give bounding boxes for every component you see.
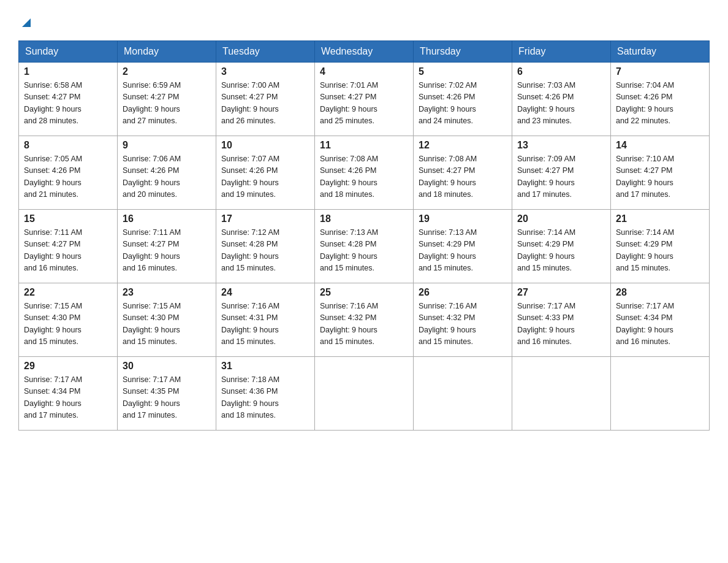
calendar-day-cell: 28Sunrise: 7:17 AMSunset: 4:34 PMDayligh… [611,283,710,357]
day-info: Sunrise: 7:02 AMSunset: 4:26 PMDaylight:… [419,80,507,128]
day-info: Sunrise: 7:13 AMSunset: 4:29 PMDaylight:… [419,227,507,275]
day-info: Sunrise: 7:01 AMSunset: 4:27 PMDaylight:… [320,80,408,128]
day-info: Sunrise: 7:06 AMSunset: 4:26 PMDaylight:… [123,153,211,201]
day-info: Sunrise: 7:03 AMSunset: 4:26 PMDaylight:… [517,80,605,128]
day-info: Sunrise: 7:11 AMSunset: 4:27 PMDaylight:… [123,227,211,275]
day-number: 2 [123,66,211,77]
calendar-day-cell: 26Sunrise: 7:16 AMSunset: 4:32 PMDayligh… [414,283,512,357]
day-number: 24 [221,287,309,298]
day-of-week-header: Thursday [414,41,512,63]
day-info: Sunrise: 7:17 AMSunset: 4:34 PMDaylight:… [616,301,704,348]
day-info: Sunrise: 7:05 AMSunset: 4:26 PMDaylight:… [24,153,112,201]
calendar-day-cell: 5Sunrise: 7:02 AMSunset: 4:26 PMDaylight… [414,63,512,136]
calendar-day-cell [512,357,611,431]
day-info: Sunrise: 7:08 AMSunset: 4:27 PMDaylight:… [419,153,507,201]
calendar-day-cell: 22Sunrise: 7:15 AMSunset: 4:30 PMDayligh… [19,283,118,357]
calendar-day-cell: 7Sunrise: 7:04 AMSunset: 4:26 PMDaylight… [611,63,710,136]
calendar-day-cell: 3Sunrise: 7:00 AMSunset: 4:27 PMDaylight… [216,63,315,136]
day-of-week-header: Friday [512,41,611,63]
calendar-day-cell: 10Sunrise: 7:07 AMSunset: 4:26 PMDayligh… [216,136,315,210]
day-info: Sunrise: 7:12 AMSunset: 4:28 PMDaylight:… [221,227,309,275]
day-number: 10 [221,140,309,151]
day-of-week-header: Monday [118,41,216,63]
day-info: Sunrise: 7:17 AMSunset: 4:33 PMDaylight:… [517,301,605,348]
day-number: 17 [221,213,309,224]
day-number: 20 [517,213,605,224]
calendar-day-cell: 23Sunrise: 7:15 AMSunset: 4:30 PMDayligh… [118,283,216,357]
day-number: 25 [320,287,408,298]
calendar-header: SundayMondayTuesdayWednesdayThursdayFrid… [19,41,710,63]
calendar-day-cell: 15Sunrise: 7:11 AMSunset: 4:27 PMDayligh… [19,210,118,283]
day-number: 30 [123,361,211,372]
calendar-day-cell: 30Sunrise: 7:17 AMSunset: 4:35 PMDayligh… [118,357,216,431]
day-number: 22 [24,287,112,298]
day-number: 3 [221,66,309,77]
page-header [18,12,710,29]
calendar-day-cell: 25Sunrise: 7:16 AMSunset: 4:32 PMDayligh… [315,283,414,357]
day-info: Sunrise: 7:09 AMSunset: 4:27 PMDaylight:… [517,153,605,201]
calendar-week-row: 8Sunrise: 7:05 AMSunset: 4:26 PMDaylight… [19,136,710,210]
calendar-week-row: 15Sunrise: 7:11 AMSunset: 4:27 PMDayligh… [19,210,710,283]
calendar-body: 1Sunrise: 6:58 AMSunset: 4:27 PMDaylight… [19,63,710,431]
calendar-day-cell: 2Sunrise: 6:59 AMSunset: 4:27 PMDaylight… [118,63,216,136]
day-number: 5 [419,66,507,77]
calendar-week-row: 22Sunrise: 7:15 AMSunset: 4:30 PMDayligh… [19,283,710,357]
day-info: Sunrise: 7:16 AMSunset: 4:32 PMDaylight:… [320,301,408,348]
day-number: 16 [123,213,211,224]
day-number: 15 [24,213,112,224]
day-number: 6 [517,66,605,77]
logo-triangle-icon [20,16,33,29]
day-info: Sunrise: 7:04 AMSunset: 4:26 PMDaylight:… [616,80,704,128]
day-number: 12 [419,140,507,151]
calendar-day-cell [315,357,414,431]
calendar-day-cell: 13Sunrise: 7:09 AMSunset: 4:27 PMDayligh… [512,136,611,210]
calendar-day-cell: 31Sunrise: 7:18 AMSunset: 4:36 PMDayligh… [216,357,315,431]
day-info: Sunrise: 7:13 AMSunset: 4:28 PMDaylight:… [320,227,408,275]
calendar-day-cell [414,357,512,431]
calendar-day-cell: 24Sunrise: 7:16 AMSunset: 4:31 PMDayligh… [216,283,315,357]
day-number: 9 [123,140,211,151]
day-info: Sunrise: 6:59 AMSunset: 4:27 PMDaylight:… [123,80,211,128]
day-number: 28 [616,287,704,298]
day-info: Sunrise: 7:10 AMSunset: 4:27 PMDaylight:… [616,153,704,201]
day-number: 23 [123,287,211,298]
day-info: Sunrise: 6:58 AMSunset: 4:27 PMDaylight:… [24,80,112,128]
calendar-day-cell: 12Sunrise: 7:08 AMSunset: 4:27 PMDayligh… [414,136,512,210]
calendar-day-cell [611,357,710,431]
calendar-day-cell: 14Sunrise: 7:10 AMSunset: 4:27 PMDayligh… [611,136,710,210]
day-info: Sunrise: 7:14 AMSunset: 4:29 PMDaylight:… [517,227,605,275]
day-number: 14 [616,140,704,151]
day-of-week-header: Saturday [611,41,710,63]
day-number: 11 [320,140,408,151]
day-info: Sunrise: 7:17 AMSunset: 4:35 PMDaylight:… [123,374,211,422]
day-info: Sunrise: 7:16 AMSunset: 4:31 PMDaylight:… [221,301,309,348]
day-info: Sunrise: 7:11 AMSunset: 4:27 PMDaylight:… [24,227,112,275]
day-number: 27 [517,287,605,298]
day-number: 13 [517,140,605,151]
calendar-day-cell: 18Sunrise: 7:13 AMSunset: 4:28 PMDayligh… [315,210,414,283]
calendar-table: SundayMondayTuesdayWednesdayThursdayFrid… [18,40,710,431]
calendar-week-row: 29Sunrise: 7:17 AMSunset: 4:34 PMDayligh… [19,357,710,431]
day-number: 1 [24,66,112,77]
logo [18,17,33,29]
day-info: Sunrise: 7:08 AMSunset: 4:26 PMDaylight:… [320,153,408,201]
day-info: Sunrise: 7:16 AMSunset: 4:32 PMDaylight:… [419,301,507,348]
day-number: 8 [24,140,112,151]
calendar-day-cell: 29Sunrise: 7:17 AMSunset: 4:34 PMDayligh… [19,357,118,431]
day-info: Sunrise: 7:18 AMSunset: 4:36 PMDaylight:… [221,374,309,422]
day-number: 26 [419,287,507,298]
svg-marker-0 [22,18,31,27]
day-number: 29 [24,361,112,372]
calendar-day-cell: 17Sunrise: 7:12 AMSunset: 4:28 PMDayligh… [216,210,315,283]
calendar-day-cell: 16Sunrise: 7:11 AMSunset: 4:27 PMDayligh… [118,210,216,283]
day-number: 7 [616,66,704,77]
day-number: 4 [320,66,408,77]
calendar-day-cell: 27Sunrise: 7:17 AMSunset: 4:33 PMDayligh… [512,283,611,357]
calendar-day-cell: 11Sunrise: 7:08 AMSunset: 4:26 PMDayligh… [315,136,414,210]
day-number: 31 [221,361,309,372]
day-of-week-header: Sunday [19,41,118,63]
day-info: Sunrise: 7:15 AMSunset: 4:30 PMDaylight:… [123,301,211,348]
day-info: Sunrise: 7:00 AMSunset: 4:27 PMDaylight:… [221,80,309,128]
calendar-day-cell: 6Sunrise: 7:03 AMSunset: 4:26 PMDaylight… [512,63,611,136]
day-number: 21 [616,213,704,224]
